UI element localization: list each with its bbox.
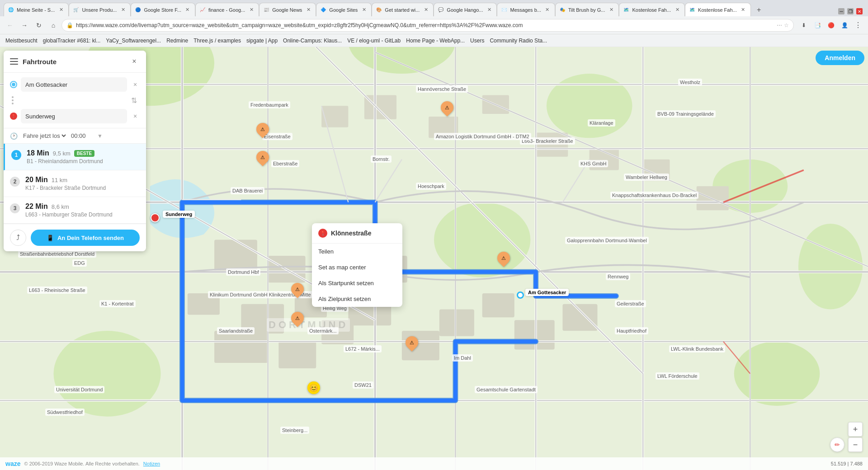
anmelden-button[interactable]: Anmelden <box>816 51 864 65</box>
tab-close-t3[interactable]: ✕ <box>184 6 191 14</box>
map-container[interactable]: Hannöversche Straße Kläranlage BVB-09 Tr… <box>0 47 868 470</box>
route-option-2[interactable]: 2 20 Min 11 km K17 - Brackeler Straße Do… <box>4 170 146 197</box>
send-to-phone-button[interactable]: 📱 An Dein Telefon senden <box>31 230 140 246</box>
map-footer: waze © 2006-2019 Waze Mobile. Alle Recht… <box>0 457 868 470</box>
bookmark-item-7[interactable]: VE / elog-uml - GitLab <box>345 37 402 45</box>
bookmark-item-3[interactable]: Redmine <box>165 37 190 45</box>
home-button[interactable]: ⌂ <box>47 19 60 32</box>
end-waypoint-icon: 📍 <box>10 113 17 120</box>
swap-waypoints-button[interactable]: ⇅ <box>131 96 140 105</box>
action-row: ⤴ 📱 An Dein Telefon senden <box>4 224 146 251</box>
refresh-button[interactable]: ↻ <box>33 19 45 32</box>
end-waypoint-input[interactable] <box>21 109 127 123</box>
tab-t7[interactable]: 🎨 Get started wi... ✕ <box>372 3 434 16</box>
minimize-button[interactable]: ─ <box>838 8 844 14</box>
route-option-3[interactable]: 3 22 Min 8,6 km L663 - Hamburger Straße … <box>4 197 146 224</box>
waze-logo: waze <box>5 460 20 467</box>
menu-button[interactable]: ⋮ <box>852 19 864 32</box>
tab-close-t6[interactable]: ✕ <box>360 6 368 14</box>
close-button[interactable]: ✕ <box>856 8 863 14</box>
tab-close-t4[interactable]: ✕ <box>248 6 255 14</box>
tab-t10[interactable]: 🎭 Tilt Brush by G... ✕ <box>555 3 619 16</box>
tab-close-t8[interactable]: ✕ <box>486 6 493 14</box>
bookmark-item-4[interactable]: Three.js / examples <box>192 37 243 45</box>
waypoint-dots <box>12 95 14 105</box>
context-menu-location-icon: 📍 <box>318 229 327 238</box>
more-icon[interactable]: ⋯ <box>777 22 782 28</box>
address-bar[interactable]: 🔒 https://www.waze.com/de/livemap?utm_so… <box>61 19 794 32</box>
tab-close-t2[interactable]: ✕ <box>119 6 127 14</box>
zoom-out-button[interactable]: − <box>848 437 863 452</box>
tab-close-t10[interactable]: ✕ <box>608 6 615 14</box>
route-panel: Fahrtroute × × <box>4 51 146 251</box>
tab-t8[interactable]: 💬 Google Hango... ✕ <box>434 3 497 16</box>
footer-notes-link[interactable]: Notizen <box>143 461 160 466</box>
bookmark-item-0[interactable]: Meistbesucht <box>4 37 39 45</box>
context-menu-item-2[interactable]: Als Startpunkt setzen <box>312 275 402 291</box>
end-waypoint-clear-button[interactable]: × <box>131 112 140 121</box>
back-button[interactable]: ← <box>4 19 16 32</box>
time-value-input[interactable] <box>71 132 94 139</box>
tab-close-t7[interactable]: ✕ <box>422 6 429 14</box>
start-waypoint-input[interactable] <box>21 77 127 92</box>
time-dropdown-icon[interactable]: ▼ <box>97 133 103 139</box>
route-dist-1: 9,5 km <box>53 150 71 157</box>
departure-time-select[interactable]: Fahre jetzt los <box>21 132 67 140</box>
star-icon[interactable]: ☆ <box>784 22 789 28</box>
tab-t3[interactable]: 🔵 Google Store F... ✕ <box>131 3 195 16</box>
account-button[interactable]: 👤 <box>838 19 851 32</box>
svg-rect-28 <box>536 132 568 156</box>
tab-close-t9[interactable]: ✕ <box>544 6 551 14</box>
context-menu-header: 📍 Klönnestraße <box>312 223 402 244</box>
bookmark-item-2[interactable]: YaCy_Softwareengel... <box>104 37 163 45</box>
tab-title-t4: finance - Goog... <box>208 7 245 13</box>
route-badge-1: BESTE <box>74 150 94 157</box>
panel-close-button[interactable]: × <box>129 56 140 67</box>
tab-close-t5[interactable]: ✕ <box>305 6 312 14</box>
route-via-1: B1 - Rheinlanddamm Dortmund <box>27 158 140 164</box>
tab-t4[interactable]: 📈 finance - Goog... ✕ <box>195 3 259 16</box>
hamburger-menu-button[interactable] <box>10 58 18 65</box>
edit-map-button[interactable]: ✏ <box>830 437 844 452</box>
end-label: Sunderweg <box>163 211 195 218</box>
share-button[interactable]: ⤴ <box>10 230 26 246</box>
context-menu-items: TeilenSet as map centerAls Startpunkt se… <box>312 244 402 307</box>
bookmark-item-5[interactable]: sipgate | App <box>245 37 279 45</box>
tab-close-t11[interactable]: ✕ <box>674 6 681 14</box>
context-menu-item-1[interactable]: Set as map center <box>312 259 402 275</box>
bookmark-item-8[interactable]: Home Page - WebApp... <box>404 37 467 45</box>
tab-t12[interactable]: 🗺️ Kostenlose Fah... ✕ <box>685 3 751 16</box>
bookmarks-button[interactable]: 📑 <box>811 19 824 32</box>
bookmark-item-9[interactable]: Users <box>468 37 486 45</box>
forward-button[interactable]: → <box>18 19 31 32</box>
bookmark-item-1[interactable]: globalTracker #681: kl... <box>41 37 103 45</box>
panel-title: Fahrtroute <box>23 58 124 66</box>
tab-t5[interactable]: 📰 Google News ✕ <box>259 3 316 16</box>
context-menu-item-0[interactable]: Teilen <box>312 244 402 259</box>
start-marker <box>517 291 524 299</box>
address-bar-right: ⋯ ☆ <box>777 22 789 28</box>
restore-button[interactable]: ❐ <box>847 8 854 14</box>
route-time-row-2: 20 Min 11 km <box>25 176 140 184</box>
tab-favicon-t11: 🗺️ <box>623 7 629 13</box>
bookmark-item-6[interactable]: Online-Campus: Klaus... <box>281 37 344 45</box>
route-option-1[interactable]: 1 18 Min 9,5 km BESTE B1 - Rheinlanddamm… <box>4 144 146 170</box>
start-waypoint-clear-button[interactable]: × <box>131 80 140 89</box>
zoom-in-button[interactable]: + <box>848 422 863 437</box>
tab-t11[interactable]: 🗺️ Kostenlose Fah... ✕ <box>619 3 685 16</box>
route-dist-3: 8,6 km <box>52 203 69 210</box>
extensions-button[interactable]: 🔴 <box>825 19 837 32</box>
tab-favicon-t4: 📈 <box>199 7 206 13</box>
context-menu-item-3[interactable]: Als Zielpunkt setzen <box>312 291 402 307</box>
bookmark-item-10[interactable]: Community Radio Sta... <box>488 37 549 45</box>
download-button[interactable]: ⬇ <box>797 19 810 32</box>
tab-t1[interactable]: 🌐 Meine Seite - S... ✕ <box>4 3 69 16</box>
tab-t9[interactable]: ✉️ Messages b... ✕ <box>497 3 555 16</box>
tab-close-t12[interactable]: ✕ <box>740 6 747 14</box>
end-waypoint-row: 📍 × <box>10 109 140 123</box>
tab-close-t1[interactable]: ✕ <box>57 6 65 14</box>
route-info-3: 22 Min 8,6 km L663 - Hamburger Straße Do… <box>25 202 140 218</box>
new-tab-button[interactable]: + <box>753 4 765 16</box>
tab-t6[interactable]: 🔷 Google Sites ✕ <box>316 3 372 16</box>
tab-t2[interactable]: 🛒 Unsere Produ... ✕ <box>69 3 131 16</box>
